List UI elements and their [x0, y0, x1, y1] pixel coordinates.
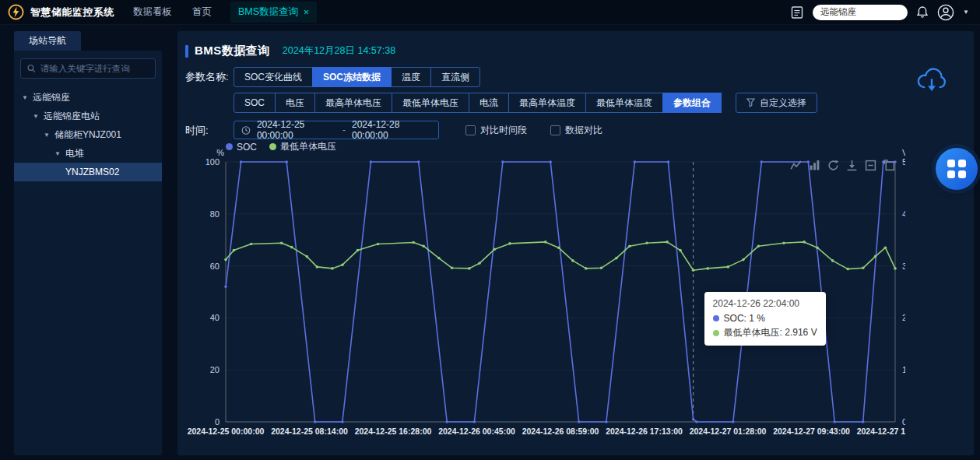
svg-text:40: 40: [210, 313, 220, 322]
search-icon: [27, 64, 36, 73]
chevron-down-icon[interactable]: ▼: [963, 9, 969, 16]
tree-search-input[interactable]: [40, 64, 149, 73]
svg-text:5: 5: [902, 157, 905, 167]
param-button[interactable]: 最高单体温度: [508, 93, 586, 113]
line-chart-icon[interactable]: [790, 160, 802, 171]
svg-text:2024-12-27 01:28:00: 2024-12-27 01:28:00: [690, 427, 767, 436]
caret-down-icon[interactable]: ▼: [33, 113, 39, 120]
station-tree: ▼远能锦座▼远能锦座电站▼储能柜YNJZ001▼电堆YNJZBMS02: [14, 88, 162, 181]
svg-text:3: 3: [902, 262, 905, 271]
bell-icon[interactable]: [916, 5, 929, 19]
param-button[interactable]: 最高单体电压: [314, 93, 392, 113]
param-tab[interactable]: 温度: [391, 67, 431, 87]
svg-text:2024-12-25 00:00:00: 2024-12-25 00:00:00: [188, 427, 265, 436]
param-tab[interactable]: 直流侧: [430, 67, 480, 87]
param-button[interactable]: 最低单体温度: [585, 93, 663, 113]
chart-toolbar: [790, 160, 895, 171]
svg-text:2024-12-26 08:59:00: 2024-12-26 08:59:00: [522, 427, 599, 436]
svg-text:2: 2: [902, 313, 905, 322]
tooltip-series-dot-icon: [713, 315, 719, 321]
main-panel: BMS数据查询 2024年12月28日 14:57:38 参数名称: SOC变化…: [177, 31, 974, 455]
tree-item[interactable]: YNJZBMS02: [14, 163, 162, 181]
data-zoom-icon[interactable]: [865, 160, 876, 171]
station-search-input[interactable]: [813, 5, 908, 20]
nav-menu: 数据看板首页: [133, 5, 212, 19]
svg-text:V: V: [902, 148, 905, 157]
tooltip-row: 最低单体电压: 2.916 V: [713, 326, 817, 339]
svg-text:60: 60: [210, 262, 220, 271]
param-button[interactable]: 电流: [469, 93, 509, 113]
soc-voltage-chart[interactable]: 020406080100012345%V2024-12-25 00:00:002…: [185, 148, 905, 440]
param-button[interactable]: SOC: [234, 93, 276, 113]
svg-text:20: 20: [210, 365, 220, 374]
svg-text:%: %: [216, 148, 224, 157]
param-button[interactable]: 参数组合: [662, 93, 722, 113]
tab-bms-data-query[interactable]: BMS数据查询 ×: [230, 2, 317, 23]
svg-text:0: 0: [902, 417, 905, 427]
time-start-value: 2024-12-25 00:00:00: [257, 119, 336, 141]
close-icon[interactable]: ×: [304, 7, 309, 18]
download-icon[interactable]: [846, 160, 858, 171]
clock-icon: [241, 125, 251, 135]
param-tab[interactable]: SOC变化曲线: [234, 67, 313, 87]
grid-icon: [947, 160, 966, 178]
tooltip-row: SOC: 1 %: [713, 313, 817, 324]
custom-select-label: 自定义选择: [760, 97, 806, 110]
user-avatar-icon[interactable]: [937, 4, 954, 21]
top-navbar: 智慧储能监控系统 数据看板首页 BMS数据查询 × ▼: [0, 0, 980, 25]
nav-menu-item[interactable]: 首页: [192, 5, 212, 19]
svg-text:2024-12-26 00:45:00: 2024-12-26 00:45:00: [438, 427, 515, 436]
refresh-icon[interactable]: [827, 160, 839, 171]
tree-item[interactable]: ▼远能锦座: [14, 88, 162, 107]
compare-checkbox[interactable]: 数据对比: [550, 124, 602, 137]
title-accent-bar: [185, 45, 188, 58]
tree-item-label: 远能锦座: [33, 91, 70, 104]
tooltip-series-value: SOC: 1 %: [724, 313, 765, 324]
station-tree-sidebar: ▼远能锦座▼远能锦座电站▼储能柜YNJZ001▼电堆YNJZBMS02: [14, 51, 162, 455]
param-button[interactable]: 电压: [275, 93, 315, 113]
svg-text:80: 80: [210, 209, 220, 219]
checkbox-icon[interactable]: [550, 125, 560, 135]
time-range-picker[interactable]: 2024-12-25 00:00:00 - 2024-12-28 00:00:0…: [234, 121, 439, 139]
caret-down-icon[interactable]: ▼: [44, 132, 50, 139]
tree-item-label: 储能柜YNJZ001: [54, 128, 121, 142]
svg-text:2024-12-25 08:14:00: 2024-12-25 08:14:00: [271, 427, 348, 436]
tree-item-label: 电堆: [65, 147, 84, 160]
time-label: 时间:: [185, 124, 209, 138]
restore-icon[interactable]: [883, 160, 895, 171]
param-tab-group: SOC变化曲线SOC冻结数据温度直流侧: [234, 67, 480, 87]
tooltip-series-value: 最低单体电压: 2.916 V: [724, 326, 817, 339]
compare-checkbox[interactable]: 对比时间段: [465, 124, 527, 137]
tooltip-title: 2024-12-26 22:04:00: [713, 298, 817, 309]
tree-item[interactable]: ▼电堆: [14, 144, 162, 163]
page-header: BMS数据查询 2024年12月28日 14:57:38: [185, 44, 395, 58]
report-icon[interactable]: [790, 5, 804, 19]
chart-tooltip: 2024-12-26 22:04:00SOC: 1 %最低单体电压: 2.916…: [704, 292, 826, 346]
svg-text:2024-12-27 17:58:00: 2024-12-27 17:58:00: [857, 427, 905, 436]
checkbox-icon[interactable]: [465, 125, 476, 135]
tree-search-box[interactable]: [20, 58, 156, 79]
checkbox-label: 对比时间段: [480, 124, 527, 137]
bar-chart-icon[interactable]: [809, 160, 820, 171]
svg-text:4: 4: [902, 209, 905, 219]
param-tab[interactable]: SOC冻结数据: [312, 67, 392, 87]
nav-menu-item[interactable]: 数据看板: [133, 5, 172, 19]
time-separator: -: [342, 125, 346, 135]
sidebar-tab-station-nav[interactable]: 场站导航: [14, 31, 81, 51]
svg-text:2024-12-25 16:28:00: 2024-12-25 16:28:00: [355, 427, 432, 436]
svg-text:0: 0: [215, 417, 220, 427]
tree-item[interactable]: ▼储能柜YNJZ001: [14, 125, 162, 144]
caret-down-icon[interactable]: ▼: [22, 94, 28, 101]
current-timestamp: 2024年12月28日 14:57:38: [283, 44, 395, 58]
svg-text:1: 1: [902, 365, 905, 374]
caret-down-icon[interactable]: ▼: [54, 150, 61, 157]
compare-options: 对比时间段数据对比: [465, 124, 602, 137]
app-launcher-button[interactable]: [936, 148, 978, 190]
cloud-download-icon[interactable]: [915, 67, 949, 95]
app-title: 智慧储能监控系统: [30, 5, 114, 19]
tab-label: BMS数据查询: [238, 5, 298, 19]
param-button[interactable]: 最低单体电压: [392, 93, 469, 113]
custom-select-button[interactable]: 自定义选择: [736, 93, 817, 113]
svg-text:2024-12-27 09:43:00: 2024-12-27 09:43:00: [773, 427, 850, 436]
tree-item[interactable]: ▼远能锦座电站: [14, 107, 162, 125]
